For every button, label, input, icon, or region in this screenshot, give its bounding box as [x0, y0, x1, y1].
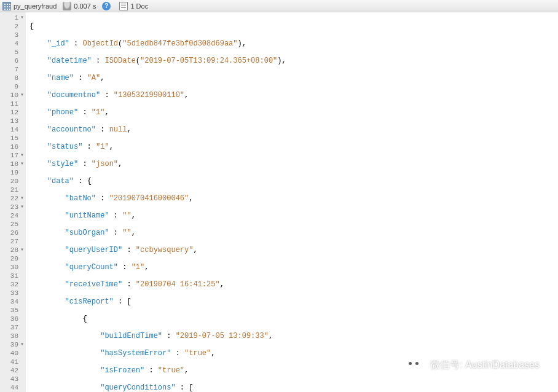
line-number: 41 — [1, 358, 25, 366]
line-number: 13 — [1, 117, 25, 125]
wechat-icon — [403, 356, 424, 374]
line-number: 44 — [1, 383, 25, 392]
code-line: "buildEndTime" : "2019-07-05 13:09:33", — [29, 332, 554, 340]
code-editor[interactable]: 1▾2 3 4 5 6 7 8 9 10▾11 12 13 14 15 16 1… — [0, 12, 558, 392]
line-number: 26 — [1, 229, 25, 237]
code-line: "style" : "json", — [29, 160, 554, 168]
line-number: 24 — [1, 211, 25, 220]
grid-icon — [2, 2, 11, 10]
query-time: 0.007 s — [63, 2, 96, 10]
line-number: 39▾ — [1, 340, 25, 349]
line-number: 9 — [1, 82, 25, 91]
fold-marker[interactable]: ▾ — [20, 14, 25, 22]
line-number: 33 — [1, 289, 25, 297]
fold-marker[interactable]: ▾ — [20, 246, 25, 254]
collection-name[interactable]: py_queryfraud — [2, 2, 57, 10]
code-line: "documentno" : "13053219900110", — [29, 91, 554, 100]
line-number: 18▾ — [1, 160, 25, 168]
code-line: "unitName" : "", — [29, 211, 554, 220]
code-line: "queryCount" : "1", — [29, 263, 554, 272]
code-line: "datetime" : ISODate("2019-07-05T13:09:2… — [29, 57, 554, 65]
watermark: 微信号: AustinDatabases — [403, 356, 540, 374]
line-number: 28▾ — [1, 246, 25, 254]
code-line: "subOrgan" : "", — [29, 229, 554, 237]
code-line: "queryConditions" : [ — [29, 383, 554, 392]
line-number: 22▾ — [1, 194, 25, 203]
line-number: 36 — [1, 315, 25, 323]
line-number: 37 — [1, 323, 25, 332]
line-number: 7 — [1, 65, 25, 74]
code-line: "status" : "1", — [29, 143, 554, 151]
fold-marker[interactable]: ▾ — [20, 91, 25, 100]
doc-count: 1 Doc — [119, 2, 148, 10]
code-area[interactable]: { "_id" : ObjectId("5d1edb847fe3bf0d308d… — [26, 12, 558, 392]
help-icon: ? — [102, 2, 111, 10]
line-number: 38 — [1, 332, 25, 340]
line-number: 12 — [1, 108, 25, 117]
line-number: 16 — [1, 143, 25, 151]
line-number: 43 — [1, 375, 25, 383]
fold-marker[interactable]: ▾ — [20, 194, 25, 203]
line-number: 32 — [1, 280, 25, 289]
code-line: { — [29, 22, 554, 31]
doc-count-label: 1 Doc — [130, 2, 148, 10]
line-number: 35 — [1, 306, 25, 315]
code-line: "phone" : "1", — [29, 108, 554, 117]
line-number: 27 — [1, 237, 25, 246]
fold-marker[interactable]: ▾ — [20, 151, 25, 160]
code-line: "batNo" : "2019070416000046", — [29, 194, 554, 203]
line-number: 3 — [1, 31, 25, 39]
fold-marker[interactable]: ▾ — [20, 160, 25, 168]
line-number: 5 — [1, 48, 25, 57]
database-icon — [63, 2, 71, 10]
line-number: 17▾ — [1, 151, 25, 160]
toolbar: py_queryfraud 0.007 s ? 1 Doc — [0, 0, 558, 12]
line-number: 23▾ — [1, 203, 25, 211]
line-number: 8 — [1, 74, 25, 82]
line-number: 40 — [1, 349, 25, 358]
collection-label: py_queryfraud — [14, 2, 57, 10]
line-number: 21 — [1, 186, 25, 194]
line-number: 2 — [1, 22, 25, 31]
code-line: "receiveTime" : "20190704 16:41:25", — [29, 280, 554, 289]
code-line: "accountno" : null, — [29, 125, 554, 134]
line-number: 25 — [1, 220, 25, 229]
watermark-account: AustinDatabases — [465, 359, 540, 370]
line-number: 30 — [1, 263, 25, 272]
line-number: 42 — [1, 366, 25, 375]
code-line: { — [29, 315, 554, 323]
code-line: "data" : { — [29, 177, 554, 186]
line-number: 19 — [1, 168, 25, 177]
document-icon — [119, 2, 128, 10]
help-button[interactable]: ? — [102, 2, 113, 10]
line-number: 1▾ — [1, 14, 25, 22]
watermark-prefix: 微信号: — [430, 359, 462, 372]
line-number: 29 — [1, 254, 25, 263]
fold-marker[interactable]: ▾ — [20, 340, 25, 349]
line-number: 11 — [1, 100, 25, 108]
code-line: "queryUserID" : "ccbywsquery", — [29, 246, 554, 254]
line-number: 31 — [1, 272, 25, 280]
line-number: 34 — [1, 297, 25, 306]
line-number: 4 — [1, 39, 25, 48]
line-number: 14 — [1, 125, 25, 134]
time-label: 0.007 s — [74, 2, 96, 10]
fold-marker[interactable]: ▾ — [20, 203, 25, 211]
code-line: "_id" : ObjectId("5d1edb847fe3bf0d308d69… — [29, 39, 554, 48]
code-line: "cisReport" : [ — [29, 297, 554, 306]
line-number: 6 — [1, 57, 25, 65]
code-line: "name" : "A", — [29, 74, 554, 82]
line-number: 15 — [1, 134, 25, 143]
line-number: 20 — [1, 177, 25, 186]
line-number: 10▾ — [1, 91, 25, 100]
line-number-gutter: 1▾2 3 4 5 6 7 8 9 10▾11 12 13 14 15 16 1… — [0, 12, 26, 392]
